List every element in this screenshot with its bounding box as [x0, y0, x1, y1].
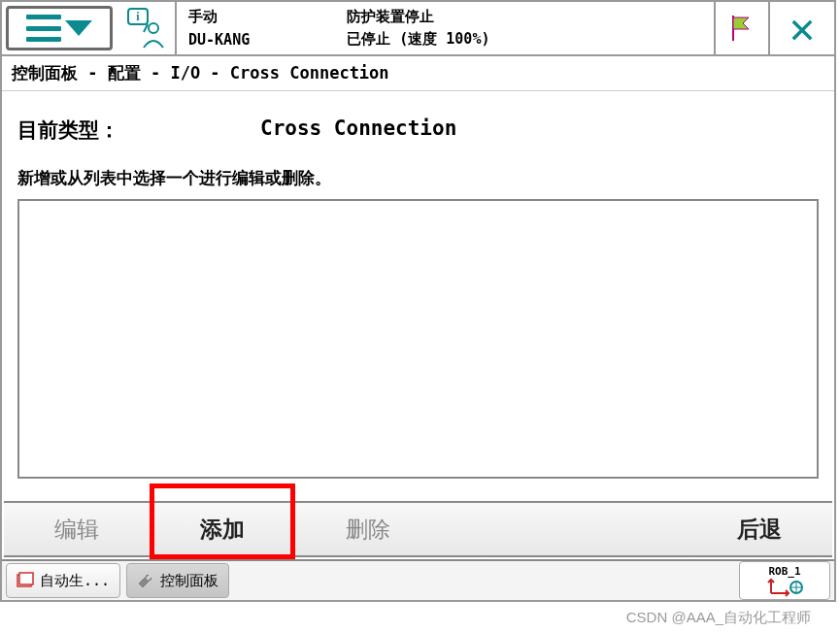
main-menu-button[interactable] [6, 6, 113, 50]
hamburger-icon [26, 15, 61, 42]
rob-unit-label: ROB_1 [768, 565, 800, 578]
mode-label: 手动 [188, 8, 250, 26]
svg-point-2 [149, 23, 158, 33]
status-block: 手动 DU-KANG 防护装置停止 已停止 (速度 100%) [175, 2, 714, 54]
taskbar-control-panel-button[interactable]: 控制面板 [126, 563, 229, 598]
item-list[interactable] [17, 199, 819, 479]
hint-text: 新增或从列表中选择一个进行编辑或删除。 [17, 167, 819, 189]
svg-text:i: i [136, 10, 140, 23]
taskbar-auto-button[interactable]: 自动生... [6, 563, 120, 598]
taskbar-auto-label: 自动生... [40, 572, 110, 590]
button-spacer [441, 503, 687, 555]
close-button[interactable]: ✕ [768, 2, 834, 54]
delete-button[interactable]: 删除 [295, 503, 441, 555]
rob-unit-button[interactable]: ROB_1 [739, 561, 830, 600]
operator-icon-button[interactable]: i [117, 2, 175, 54]
operator-info-icon: i [124, 7, 167, 50]
edit-button[interactable]: 编辑 [4, 503, 150, 555]
system-name: DU-KANG [188, 31, 250, 49]
top-bar: i 手动 DU-KANG 防护装置停止 已停止 (速度 100%) ✕ [2, 2, 834, 56]
add-button[interactable]: 添加 [150, 503, 295, 555]
guard-status: 防护装置停止 [347, 8, 489, 26]
add-button-label: 添加 [200, 515, 245, 545]
flag-icon [729, 14, 755, 43]
wrench-icon [137, 572, 154, 589]
coordinate-icon [765, 578, 804, 597]
chevron-down-icon [65, 20, 92, 36]
taskbar-control-panel-label: 控制面板 [160, 572, 218, 590]
bottom-button-bar: 编辑 添加 删除 后退 [4, 501, 832, 557]
taskbar: 自动生... 控制面板 ROB_1 [2, 559, 834, 600]
program-icon [17, 572, 34, 589]
watermark: CSDN @AAA_自动化工程师 [626, 609, 811, 627]
breadcrumb: 控制面板 - 配置 - I/O - Cross Connection [2, 56, 834, 91]
current-type-label: 目前类型： [17, 117, 260, 144]
back-button[interactable]: 后退 [687, 503, 832, 555]
flag-button[interactable] [714, 2, 768, 54]
current-type-value: Cross Connection [260, 117, 456, 144]
svg-rect-5 [19, 573, 33, 584]
close-icon: ✕ [790, 7, 816, 50]
run-status: 已停止 (速度 100%) [347, 30, 489, 49]
main-content: 目前类型： Cross Connection 新增或从列表中选择一个进行编辑或删… [2, 91, 834, 488]
